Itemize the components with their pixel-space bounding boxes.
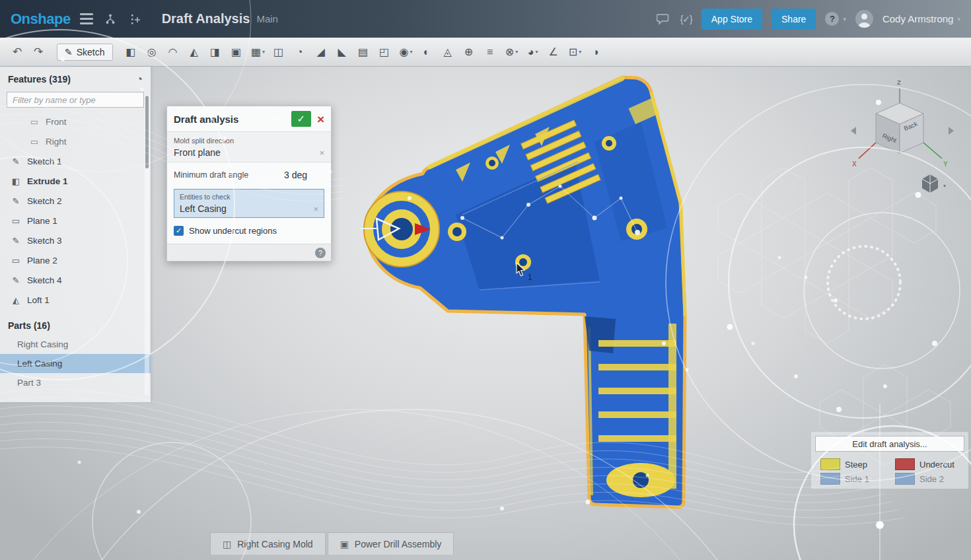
feature-item-sketch4[interactable]: ✎Sketch 4 — [0, 270, 151, 290]
chamfer-icon[interactable]: ◢ — [314, 44, 330, 61]
loft-icon[interactable]: ◭ — [187, 44, 203, 61]
legend-item-steep: Steep — [815, 458, 890, 470]
boolean-icon[interactable]: ◐ — [419, 44, 435, 61]
mold-split-value[interactable]: Front plane — [174, 147, 319, 158]
help-caret-icon[interactable]: ▾ — [843, 16, 846, 22]
document-menu-icon[interactable] — [80, 13, 93, 24]
mouse-cursor — [516, 263, 529, 280]
tab-right-casing-mold[interactable]: ◫ Right Casing Mold — [210, 532, 326, 555]
loft-icon: ◭ — [11, 295, 21, 305]
entities-field[interactable]: Entities to check Left Casing × — [174, 189, 324, 218]
part-studio-icon: ◫ — [223, 539, 231, 549]
part-item-left-casing[interactable]: Left Casing — [0, 354, 151, 373]
share-button[interactable]: Share — [772, 9, 816, 30]
pattern-icon[interactable]: ▦▾ — [250, 44, 266, 61]
appearance-icon[interactable]: ◑ — [589, 44, 604, 61]
offset-surface-icon[interactable]: ≡ — [483, 44, 499, 61]
dialog-help-icon[interactable]: ? — [315, 248, 326, 258]
show-undercut-label: Show undercut regions — [189, 226, 277, 236]
feature-tree: ▭Front ▭Right ✎Sketch 1 ◧Extrude 1 ✎Sket… — [0, 112, 151, 310]
side2-swatch — [895, 473, 915, 485]
legend-item-side2: Side 2 — [890, 473, 964, 485]
legend-item-side1: Side 1 — [815, 473, 890, 485]
cursor-selection-count: 1 — [528, 273, 532, 282]
help-icon[interactable]: ? — [825, 12, 839, 26]
view-cube[interactable]: Z Right Back X Y ▾ — [844, 70, 960, 201]
edit-draft-analysis-button[interactable]: Edit draft analysis... — [815, 436, 964, 452]
axis-x-label: X — [852, 160, 857, 168]
show-undercut-checkbox-row[interactable]: ✓ Show undercut regions — [167, 223, 331, 244]
tab-power-drill-assembly[interactable]: ▣ Power Drill Assembly — [328, 532, 454, 555]
draft-legend: Edit draft analysis... Steep Undercut Si… — [811, 432, 968, 489]
enclose-icon[interactable]: ▣ — [229, 44, 245, 61]
mold-split-label: Mold split direction — [174, 137, 324, 145]
features-scrollbar[interactable] — [145, 94, 149, 396]
versions-icon[interactable] — [102, 11, 118, 27]
shell-icon[interactable]: ◰ — [377, 44, 393, 61]
measure-icon[interactable]: ∠ — [546, 44, 562, 61]
min-angle-label: Minimum draft angle — [174, 170, 284, 180]
sketch-icon: ✎ — [11, 275, 21, 285]
avatar[interactable] — [855, 10, 873, 28]
undo-icon[interactable]: ↶ — [9, 45, 25, 59]
revolve-icon[interactable]: ◎ — [145, 44, 161, 61]
part-item-right-casing[interactable]: Right Casing — [0, 335, 151, 354]
onshape-logo[interactable]: Onshape — [11, 11, 71, 28]
regeneration-timer-icon[interactable]: ◔ — [136, 73, 143, 85]
draft-icon[interactable]: ◣ — [335, 44, 351, 61]
comments-icon[interactable] — [655, 11, 671, 27]
feature-item-front[interactable]: ▭Front — [0, 112, 151, 131]
feature-item-sketch1[interactable]: ✎Sketch 1 — [0, 151, 151, 171]
model-power-drill-casing[interactable] — [357, 63, 713, 528]
plane-icon: ▭ — [11, 216, 21, 226]
entities-value[interactable]: Left Casing — [180, 203, 313, 214]
redo-icon[interactable]: ↷ — [30, 45, 46, 59]
split-icon[interactable]: ◬ — [441, 44, 456, 61]
rotate-left-arrow-icon — [851, 127, 856, 135]
insert-icon[interactable] — [127, 11, 143, 27]
rib-icon[interactable]: ▤ — [356, 44, 372, 61]
fillet-icon[interactable]: ◔ — [293, 44, 308, 61]
transform-icon[interactable]: ⊕ — [462, 44, 478, 61]
steep-swatch — [820, 458, 840, 470]
hole-icon[interactable]: ◉▾ — [398, 44, 414, 61]
featurescript-icon[interactable]: {✓} — [680, 14, 692, 24]
delete-face-icon[interactable]: ⊗▾ — [504, 44, 520, 61]
checkbox-checked-icon[interactable]: ✓ — [174, 226, 184, 236]
feature-item-loft1[interactable]: ◭Loft 1 — [0, 290, 151, 310]
feature-item-sketch3[interactable]: ✎Sketch 3 — [0, 230, 151, 250]
user-caret-icon[interactable]: ▾ — [957, 16, 960, 22]
thicken-icon[interactable]: ◨ — [208, 44, 224, 61]
user-menu[interactable]: Cody Armstrong — [882, 13, 954, 24]
sketch-icon: ✎ — [11, 196, 21, 206]
clear-icon[interactable]: × — [319, 148, 324, 158]
feature-item-sketch2[interactable]: ✎Sketch 2 — [0, 191, 151, 211]
cancel-button[interactable]: × — [317, 113, 324, 125]
selection-filter-icon[interactable]: ⊡▾ — [567, 44, 583, 61]
app-store-button[interactable]: App Store — [701, 9, 762, 30]
clear-icon[interactable]: × — [313, 204, 318, 214]
min-angle-value[interactable]: 3 deg — [284, 170, 307, 180]
feature-item-plane2[interactable]: ▭Plane 2 — [0, 250, 151, 270]
undercut-swatch — [895, 458, 915, 470]
svg-text:▾: ▾ — [943, 183, 946, 189]
feature-item-extrude1[interactable]: ◧Extrude 1 — [0, 171, 151, 191]
confirm-button[interactable]: ✓ — [291, 111, 311, 127]
document-title: Draft Analysis — [162, 11, 250, 26]
feature-item-plane1[interactable]: ▭Plane 1 — [0, 211, 151, 230]
sketch-button[interactable]: ✎ Sketch — [57, 44, 113, 61]
part-item-part3[interactable]: Part 3 — [0, 373, 151, 392]
axis-y-label: Y — [943, 160, 948, 168]
extrude-icon[interactable]: ◧ — [124, 44, 139, 61]
mold-split-field[interactable]: Mold split direction Front plane × — [167, 131, 331, 162]
workspace-name[interactable]: Main — [256, 13, 278, 24]
sketch-button-label: Sketch — [77, 47, 105, 57]
plane-icon: ▭ — [29, 117, 40, 127]
modify-fillet-icon[interactable]: ◕▾ — [525, 44, 541, 61]
feature-item-right[interactable]: ▭Right — [0, 131, 151, 151]
features-filter-input[interactable] — [7, 92, 144, 108]
document-tab-bar: ◫ Right Casing Mold ▣ Power Drill Assemb… — [0, 532, 971, 555]
mirror-icon[interactable]: ◫ — [271, 44, 287, 61]
sweep-icon[interactable]: ◠ — [166, 44, 182, 61]
parts-header: Parts (16) — [0, 316, 151, 335]
